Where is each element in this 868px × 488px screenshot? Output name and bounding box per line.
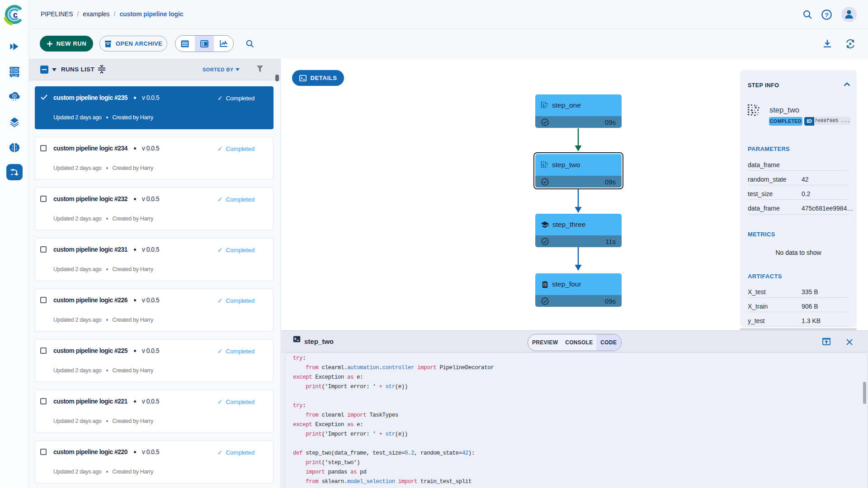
svg-text:c: c — [13, 10, 17, 19]
svg-text:?: ? — [825, 12, 828, 19]
